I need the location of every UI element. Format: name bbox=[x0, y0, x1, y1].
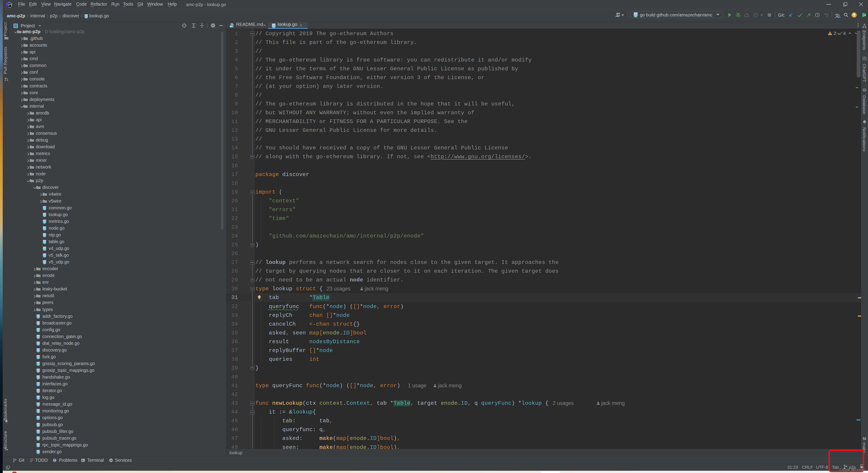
svg-text:MD: MD bbox=[230, 26, 232, 28]
